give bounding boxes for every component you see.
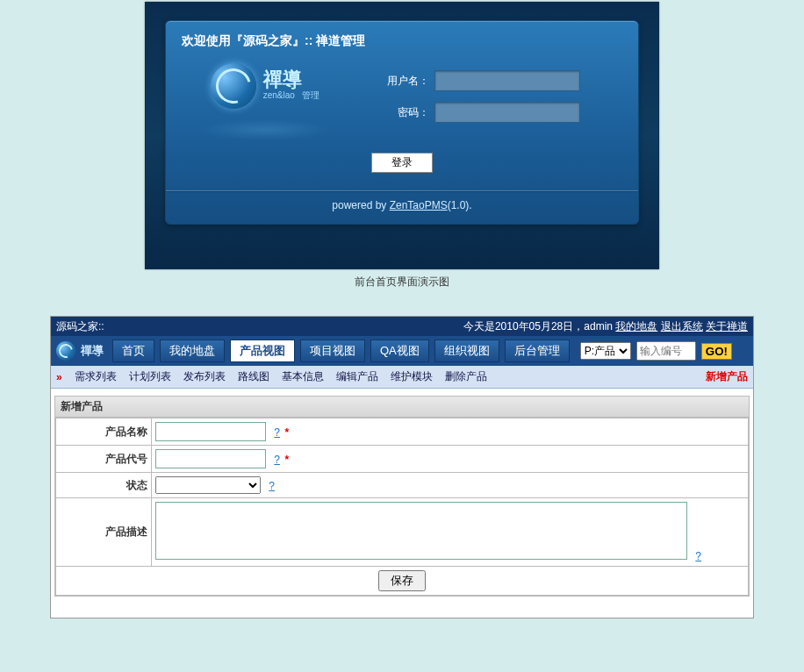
- help-product-name[interactable]: ?: [269, 426, 280, 439]
- username-input[interactable]: [434, 70, 580, 91]
- logo-text: 禪導: [263, 70, 319, 89]
- tab-org[interactable]: 组织视图: [434, 340, 499, 362]
- subnav-item-editproduct[interactable]: 编辑产品: [336, 369, 378, 384]
- subnav-item-plans[interactable]: 计划列表: [129, 369, 171, 384]
- login-form: 用户名： 密码：: [366, 70, 622, 133]
- topbar-link-logout[interactable]: 退出系统: [661, 319, 703, 334]
- subnav-item-basicinfo[interactable]: 基本信息: [282, 369, 324, 384]
- login-panel: 欢迎使用『源码之家』:: 禅道管理 禪導 zen&lao 管理 用户名：: [165, 20, 639, 225]
- tab-product[interactable]: 产品视图: [230, 340, 295, 362]
- topbar-brand: 源码之家::: [56, 319, 104, 334]
- label-product-code: 产品代号: [56, 446, 152, 473]
- admin-logo-icon: [56, 341, 75, 361]
- login-title: 欢迎使用『源码之家』:: 禅道管理: [182, 33, 622, 49]
- admin-window: 源码之家:: 今天是2010年05月28日， admin 我的地盘 退出系统 关…: [50, 316, 754, 618]
- caption-frontpage-demo: 前台首页界面演示图: [0, 275, 804, 290]
- powered-by: powered by ZenTaoPMS(1.0).: [182, 199, 622, 211]
- subnav-item-releases[interactable]: 发布列表: [183, 369, 226, 384]
- id-input[interactable]: [636, 341, 696, 361]
- topbar-link-about[interactable]: 关于禅道: [706, 319, 748, 334]
- subnav-marker: »: [56, 371, 62, 383]
- topbar-date: 今天是2010年05月28日，: [463, 319, 584, 334]
- username-label: 用户名：: [366, 74, 434, 89]
- go-button[interactable]: GO!: [701, 343, 732, 360]
- help-description[interactable]: ?: [690, 550, 701, 562]
- subnav-new-product[interactable]: 新增产品: [706, 369, 748, 384]
- panel-title: 新增产品: [55, 397, 749, 418]
- tab-home[interactable]: 首页: [112, 340, 154, 362]
- sub-nav: » 需求列表 计划列表 发布列表 路线图 基本信息 编辑产品 维护模块 删除产品…: [51, 366, 753, 389]
- label-description: 产品描述: [56, 498, 152, 567]
- admin-logo-text: 禪導: [81, 343, 104, 359]
- password-input[interactable]: [434, 102, 580, 123]
- label-status: 状态: [56, 473, 152, 498]
- help-status[interactable]: ?: [263, 480, 275, 492]
- input-product-name[interactable]: [155, 422, 266, 441]
- select-status[interactable]: [155, 476, 261, 494]
- password-label: 密码：: [366, 105, 434, 120]
- required-mark: *: [283, 426, 289, 439]
- product-selector[interactable]: P:产品: [580, 342, 631, 360]
- subnav-item-delete[interactable]: 删除产品: [445, 369, 487, 384]
- help-product-code[interactable]: ?: [269, 454, 280, 466]
- subnav-item-modules[interactable]: 维护模块: [391, 369, 433, 384]
- subnav-item-roadmap[interactable]: 路线图: [238, 369, 269, 384]
- tab-qa[interactable]: QA视图: [370, 340, 429, 362]
- login-logo-column: 禪導 zen&lao 管理: [182, 63, 348, 140]
- save-button[interactable]: 保存: [378, 570, 426, 591]
- tab-admin[interactable]: 后台管理: [505, 340, 570, 362]
- topbar-user: admin: [584, 320, 613, 332]
- input-product-code[interactable]: [155, 449, 266, 468]
- admin-topbar: 源码之家:: 今天是2010年05月28日， admin 我的地盘 退出系统 关…: [51, 317, 753, 336]
- label-product-name: 产品名称: [56, 418, 152, 446]
- required-mark: *: [283, 454, 289, 466]
- login-button[interactable]: 登录: [371, 153, 433, 173]
- logo-icon: [211, 63, 256, 109]
- login-body: 禪導 zen&lao 管理 用户名： 密码：: [182, 63, 622, 140]
- logo-reflection: [199, 119, 331, 140]
- textarea-description[interactable]: [155, 502, 687, 560]
- powered-link[interactable]: ZenTaoPMS: [390, 199, 448, 211]
- new-product-panel: 新增产品 产品名称 ? * 产品代号: [54, 396, 750, 597]
- tab-project[interactable]: 项目视图: [300, 340, 365, 362]
- topbar-link-dashboard[interactable]: 我的地盘: [615, 319, 657, 334]
- admin-main-nav: 禪導 首页 我的地盘 产品视图 项目视图 QA视图 组织视图 后台管理 P:产品…: [51, 336, 753, 366]
- subnav-item-requirements[interactable]: 需求列表: [75, 369, 117, 384]
- tab-my[interactable]: 我的地盘: [160, 340, 225, 362]
- login-window: 欢迎使用『源码之家』:: 禅道管理 禪導 zen&lao 管理 用户名：: [145, 2, 659, 269]
